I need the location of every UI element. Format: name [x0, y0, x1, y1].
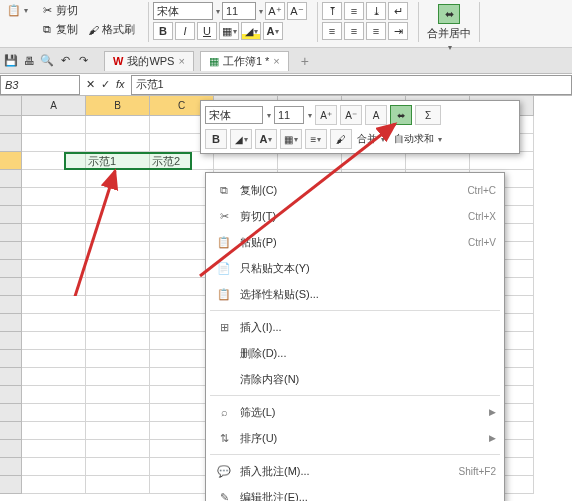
cell[interactable] [86, 332, 150, 350]
context-menu-item[interactable]: 📄只粘贴文本(Y) [206, 255, 504, 281]
column-header[interactable]: B [86, 96, 150, 116]
cell[interactable] [22, 242, 86, 260]
cell[interactable] [22, 332, 86, 350]
row-header[interactable] [0, 206, 22, 224]
font-color-button[interactable]: A▾ [263, 22, 283, 40]
cell[interactable] [214, 152, 278, 170]
increase-font-button[interactable]: A⁺ [265, 2, 285, 20]
border-button[interactable]: ▦▾ [219, 22, 239, 40]
tab-workbook[interactable]: ▦ 工作簿1 * × [200, 51, 289, 71]
decrease-font-button[interactable]: A⁻ [287, 2, 307, 20]
context-menu-item[interactable]: ⊞插入(I)... [206, 314, 504, 340]
row-header[interactable] [0, 404, 22, 422]
mini-font-color[interactable]: A▾ [255, 129, 277, 149]
confirm-icon[interactable]: ✓ [101, 78, 110, 91]
align-center-button[interactable]: ≡ [344, 22, 364, 40]
redo-icon[interactable]: ↷ [76, 54, 90, 68]
cell[interactable] [86, 440, 150, 458]
cell[interactable] [86, 242, 150, 260]
context-menu-item[interactable]: 📋选择性粘贴(S)... [206, 281, 504, 307]
cell[interactable] [86, 224, 150, 242]
row-header[interactable] [0, 278, 22, 296]
mini-decrease-font[interactable]: A⁻ [340, 105, 362, 125]
cell[interactable] [86, 134, 150, 152]
align-middle-button[interactable]: ≡ [344, 2, 364, 20]
cell[interactable] [22, 440, 86, 458]
cell[interactable] [22, 296, 86, 314]
row-header[interactable] [0, 458, 22, 476]
cell[interactable] [86, 260, 150, 278]
close-icon[interactable]: × [178, 55, 184, 67]
context-menu-item[interactable]: 💬插入批注(M)...Shift+F2 [206, 458, 504, 484]
cell[interactable] [86, 170, 150, 188]
mini-fill-color[interactable]: ◢▾ [230, 129, 252, 149]
mini-autosum-button[interactable]: Σ [415, 105, 441, 125]
font-family-select[interactable] [153, 2, 213, 20]
cell[interactable] [86, 206, 150, 224]
cell[interactable] [86, 314, 150, 332]
mini-increase-font[interactable]: A⁺ [315, 105, 337, 125]
cell[interactable] [278, 152, 342, 170]
name-box[interactable]: B3 [0, 75, 80, 95]
row-header[interactable] [0, 170, 22, 188]
row-header[interactable] [0, 440, 22, 458]
mini-align[interactable]: ≡▾ [305, 129, 327, 149]
cell[interactable] [22, 386, 86, 404]
cell[interactable] [470, 152, 534, 170]
cell[interactable] [22, 314, 86, 332]
row-header[interactable] [0, 152, 22, 170]
context-menu-item[interactable]: ⇅排序(U)▶ [206, 425, 504, 451]
align-top-button[interactable]: ⤒ [322, 2, 342, 20]
cell[interactable] [86, 296, 150, 314]
new-tab-button[interactable]: + [295, 53, 315, 69]
context-menu-item[interactable]: ✎编辑批注(E)... [206, 484, 504, 501]
row-header[interactable] [0, 386, 22, 404]
cell[interactable] [86, 350, 150, 368]
row-header[interactable] [0, 134, 22, 152]
cell[interactable] [86, 116, 150, 134]
print-icon[interactable]: 🖶 [22, 54, 36, 68]
copy-button[interactable]: ⧉复制 [37, 21, 81, 38]
row-header[interactable] [0, 116, 22, 134]
cell[interactable] [86, 386, 150, 404]
cancel-icon[interactable]: ✕ [86, 78, 95, 91]
merge-center-button[interactable]: ⬌ 合并居中▾ [423, 2, 475, 54]
bold-button[interactable]: B [153, 22, 173, 40]
cell[interactable] [22, 134, 86, 152]
context-menu-item[interactable]: ✂剪切(T)Ctrl+X [206, 203, 504, 229]
undo-icon[interactable]: ↶ [58, 54, 72, 68]
row-header[interactable] [0, 296, 22, 314]
align-right-button[interactable]: ≡ [366, 22, 386, 40]
context-menu-item[interactable]: ⌕筛选(L)▶ [206, 399, 504, 425]
indent-button[interactable]: ⇥ [388, 22, 408, 40]
cell[interactable] [22, 260, 86, 278]
cell[interactable]: 示范2 [150, 152, 214, 170]
context-menu-item[interactable]: ⧉复制(C)Ctrl+C [206, 177, 504, 203]
cell[interactable] [22, 224, 86, 242]
cell[interactable] [86, 422, 150, 440]
italic-button[interactable]: I [175, 22, 195, 40]
mini-merge-button[interactable]: ⬌ [390, 105, 412, 125]
cell[interactable] [342, 152, 406, 170]
font-size-select[interactable] [222, 2, 256, 20]
cell[interactable] [22, 476, 86, 494]
row-header[interactable] [0, 476, 22, 494]
align-bottom-button[interactable]: ⤓ [366, 2, 386, 20]
cell[interactable] [86, 368, 150, 386]
context-menu-item[interactable]: 清除内容(N) [206, 366, 504, 392]
cell[interactable] [86, 476, 150, 494]
cut-button[interactable]: ✂剪切 [37, 2, 138, 19]
cell[interactable] [22, 188, 86, 206]
row-header[interactable] [0, 332, 22, 350]
mini-bold[interactable]: B [205, 129, 227, 149]
row-header[interactable] [0, 350, 22, 368]
cell[interactable] [406, 152, 470, 170]
mini-border[interactable]: ▦▾ [280, 129, 302, 149]
cell[interactable] [22, 368, 86, 386]
row-header[interactable] [0, 422, 22, 440]
cell[interactable] [22, 116, 86, 134]
select-all-corner[interactable] [0, 96, 22, 116]
mini-clear-format[interactable]: A [365, 105, 387, 125]
mini-size-select[interactable] [274, 106, 304, 124]
cell[interactable] [86, 404, 150, 422]
